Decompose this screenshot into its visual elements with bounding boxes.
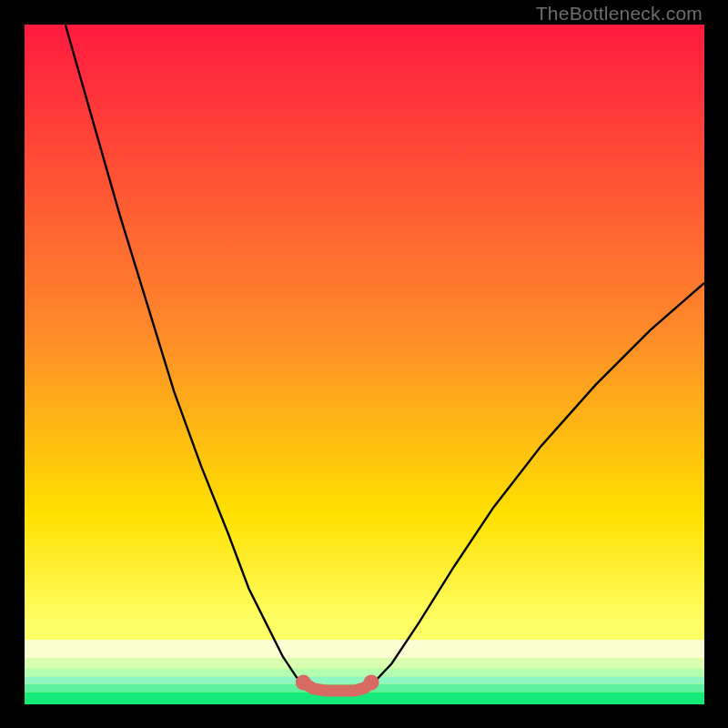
band — [25, 668, 704, 676]
chart-frame: TheBottleneck.com — [0, 0, 728, 728]
band — [25, 640, 704, 658]
trough-marker-dot — [296, 675, 311, 691]
plot-area — [25, 25, 704, 704]
watermark-text: TheBottleneck.com — [536, 3, 703, 25]
band — [25, 658, 704, 668]
gradient-background — [25, 25, 704, 704]
trough-marker-dot — [364, 675, 379, 691]
bottom-bands — [25, 640, 704, 704]
plot-svg — [25, 25, 704, 704]
